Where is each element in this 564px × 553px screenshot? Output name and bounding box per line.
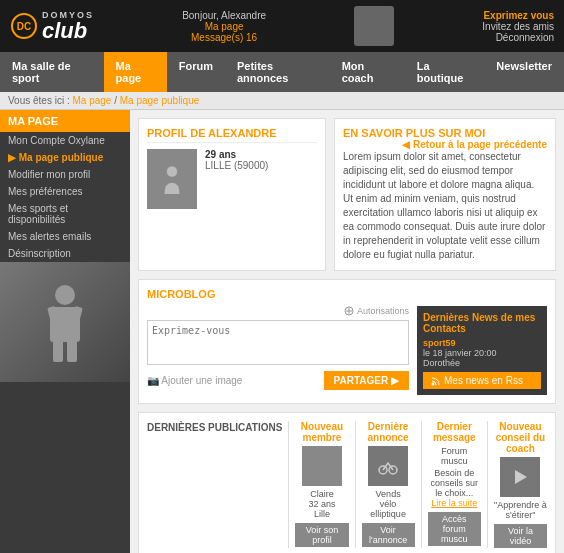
velo-icon [378,456,398,476]
pub-dernier-message: Dernier message Forum muscu Besoin de co… [428,421,481,546]
pub-divider-4 [487,421,488,548]
voir-profil-button[interactable]: Voir son profil [295,523,348,547]
profile-savoir-section: PROFIL DE ALEXANDRE 29 ans LILLE (59000) [138,118,556,271]
news-contacts-title: Dernières News de mes Contacts [423,312,541,334]
add-image-label: Ajouter une image [147,375,242,386]
logo: DC DOMYOS club [10,10,94,42]
svg-text:DC: DC [17,21,31,32]
pub-avatar-membre [302,446,342,486]
sidebar-compte[interactable]: Mon Compte Oxylane [0,132,130,149]
pub-derniere-annonce: Dernière annonce Vends vélo elliptique V… [362,421,415,547]
pub-divider-2 [355,421,356,548]
message-text: Besoin de conseils sur le choix... [428,468,481,498]
microblog-inner: Autorisations Ajouter une image PARTAGER… [147,306,547,395]
profile-avatar [147,149,197,209]
svg-point-8 [167,166,178,177]
disconnect-link[interactable]: Déconnexion [482,32,554,43]
main-nav: Ma salle de sport Ma page Forum Petites … [0,52,564,92]
savoir-title: EN SAVOIR PLUS SUR MOI ◀ Retour à la pag… [343,127,547,139]
play-icon [510,467,530,487]
savoir-box: EN SAVOIR PLUS SUR MOI ◀ Retour à la pag… [334,118,556,271]
lire-suite-link[interactable]: Lire la suite [431,498,477,508]
breadcrumb: Vous êtes ici : Ma page / Ma page publiq… [0,92,564,110]
profile-box: PROFIL DE ALEXANDRE 29 ans LILLE (59000) [138,118,326,271]
voir-annonce-button[interactable]: Voir l'annonce [362,523,415,547]
partager-button[interactable]: PARTAGER [324,371,409,390]
autorisations-icon [344,306,354,316]
express-area: Exprimez vous Invitez des amis Déconnexi… [482,10,554,43]
breadcrumb-mapage[interactable]: Ma page [72,95,111,106]
profile-person-icon [157,164,187,194]
sidebar-person-image [0,262,130,382]
pub-avatar-conseil [500,457,540,497]
autorisations-top: Autorisations [147,306,409,316]
sidebar-sports[interactable]: Mes sports et disponibilités [0,200,130,228]
publications-title-area: DERNIÈRES PUBLICATIONS [147,421,282,434]
nav-forum[interactable]: Forum [167,52,225,92]
sidebar-image [0,262,130,382]
savoir-text: Lorem ipsum dolor sit amet, consectetur … [343,150,547,262]
avatar [354,6,394,46]
profile-info: 29 ans LILLE (59000) [147,149,317,209]
publications-title: DERNIÈRES PUBLICATIONS [147,421,282,434]
main-content: MA PAGE Mon Compte Oxylane ▶ Ma page pub… [0,110,564,553]
news-contacts-panel: Dernières News de mes Contacts sport59 l… [417,306,547,395]
nav-mapage[interactable]: Ma page [104,52,167,92]
conseil-text: "Apprendre à s'étirer" [494,500,547,520]
sidebar-modifier[interactable]: Modifier mon profil [0,166,130,183]
rss-icon [431,376,441,386]
publications-inner: DERNIÈRES PUBLICATIONS Nouveau membre Cl… [147,421,547,548]
messages-link[interactable]: Message(s) 16 [191,32,257,43]
message-forum: Forum muscu [428,446,481,466]
pub-divider-1 [288,421,289,548]
sidebar-alertes[interactable]: Mes alertes emails [0,228,130,245]
autorisations-label: Autorisations [344,306,409,316]
pub-membre-name: Claire [295,489,348,499]
acces-forum-button[interactable]: Accès forum muscu [428,512,481,546]
annonce-type: vélo [362,499,415,509]
nav-coach[interactable]: Mon coach [330,52,405,92]
rss-button[interactable]: Mes news en Rss [423,372,541,389]
microblog-footer: Ajouter une image PARTAGER [147,371,409,390]
ma-page-link[interactable]: Ma page [205,21,244,32]
pub-divider-3 [421,421,422,548]
microblog-title: MICROBLOG [147,288,547,300]
pub-conseil-coach: Nouveau conseil du coach "Apprendre à s'… [494,421,547,548]
back-link[interactable]: ◀ Retour à la page précédente [402,139,547,150]
pub-membre-loc: Lille [295,509,348,519]
sidebar-preferences[interactable]: Mes préférences [0,183,130,200]
profile-title: PROFIL DE ALEXANDRE [147,127,317,143]
person-silhouette [35,277,95,367]
nav-salle[interactable]: Ma salle de sport [0,52,104,92]
breadcrumb-public[interactable]: Ma page publique [120,95,200,106]
svg-point-12 [432,382,435,385]
microblog-section: MICROBLOG Autorisations Ajouter une imag… [138,279,556,404]
publications-section: DERNIÈRES PUBLICATIONS Nouveau membre Cl… [138,412,556,553]
pub-avatar-annonce [368,446,408,486]
news-item: sport59 le 18 janvier 20:00 Dorothée [423,338,541,368]
voir-video-button[interactable]: Voir la vidéo [494,524,547,548]
annonce-subtype: elliptique [362,509,415,519]
page-content: PROFIL DE ALEXANDRE 29 ans LILLE (59000) [130,110,564,553]
user-greeting-area: Bonjour, Alexandre Ma page Message(s) 16 [182,10,266,43]
nav-newsletter[interactable]: Newsletter [484,52,564,92]
nav-annonces[interactable]: Petites annonces [225,52,330,92]
annonce-item: Vends [362,489,415,499]
svg-marker-15 [515,470,527,484]
microblog-form: Autorisations Ajouter une image PARTAGER [147,306,409,395]
svg-rect-7 [67,340,77,362]
nav-boutique[interactable]: La boutique [405,52,485,92]
sidebar-desinscription[interactable]: Désinscription [0,245,130,262]
header: DC DOMYOS club Bonjour, Alexandre Ma pag… [0,0,564,52]
svg-rect-6 [53,340,63,362]
microblog-textarea[interactable] [147,320,409,365]
profile-details: 29 ans LILLE (59000) [205,149,268,171]
invite-friends-link[interactable]: Invitez des amis [482,21,554,32]
logo-club-text: club [42,18,87,43]
user-greeting: Bonjour, Alexandre Ma page Message(s) 16 [182,10,266,43]
pub-nouveau-membre: Nouveau membre Claire 32 ans Lille Voir … [295,421,348,547]
sidebar-mapage[interactable]: ▶ Ma page publique [0,149,130,166]
pub-membre-age: 32 ans [295,499,348,509]
sidebar: MA PAGE Mon Compte Oxylane ▶ Ma page pub… [0,110,130,553]
sidebar-title: MA PAGE [0,110,130,132]
